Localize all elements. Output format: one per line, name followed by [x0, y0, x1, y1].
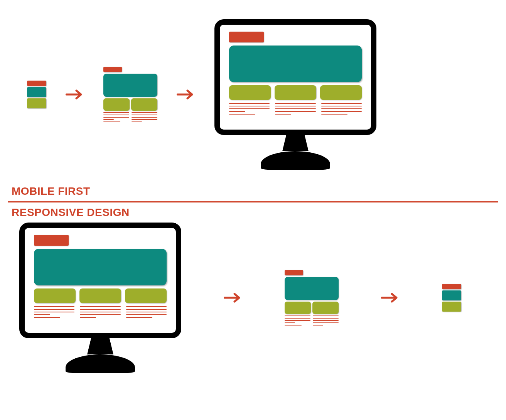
monitor-stand: [66, 338, 135, 373]
text-line: [321, 111, 362, 112]
content-block: [34, 288, 76, 303]
text-line: [229, 103, 270, 104]
text-line: [285, 320, 310, 321]
text-line: [313, 325, 323, 326]
header-block: [229, 32, 264, 42]
arrow-right-icon: [224, 292, 242, 304]
arrow-right-icon: [177, 88, 195, 101]
text-line: [275, 111, 315, 112]
content-block: [125, 288, 167, 303]
content-block: [131, 98, 157, 111]
text-line: [275, 114, 291, 115]
text-line: [229, 108, 270, 109]
arrow-right-icon: [66, 88, 84, 101]
divider-line: [8, 201, 498, 202]
hero-block: [34, 249, 167, 285]
text-line: [275, 106, 315, 106]
text-line: [103, 117, 129, 118]
text-placeholder-lines: [285, 315, 339, 326]
header-block: [34, 235, 69, 246]
text-line: [285, 315, 310, 316]
header-block: [103, 67, 122, 72]
responsive-design-flow: [8, 223, 498, 373]
text-line: [80, 317, 96, 318]
text-line: [321, 114, 347, 115]
text-line: [313, 322, 339, 323]
header-block: [442, 284, 461, 289]
mobile-layout: [442, 284, 461, 312]
content-block: [312, 302, 339, 314]
section-labels: RESPONSIVE DESIGN: [12, 206, 498, 219]
text-line: [229, 114, 255, 115]
text-line: [80, 306, 120, 307]
text-line: [132, 119, 157, 120]
mobile-layout: [27, 81, 46, 108]
text-line: [80, 314, 120, 315]
tablet-layout: [103, 67, 157, 122]
text-line: [126, 312, 167, 312]
text-line: [80, 309, 120, 310]
text-line: [229, 111, 245, 112]
text-line: [103, 121, 120, 122]
mobile-first-label: MOBILE FIRST: [12, 185, 498, 197]
text-line: [103, 115, 129, 115]
hero-block: [27, 87, 46, 97]
text-line: [132, 112, 157, 113]
text-line: [229, 106, 270, 106]
text-line: [275, 108, 315, 109]
content-block: [229, 85, 271, 100]
tablet-columns: [285, 302, 339, 314]
text-placeholder-lines: [34, 306, 167, 318]
text-line: [126, 317, 152, 318]
header-block: [285, 270, 303, 275]
content-block: [285, 302, 311, 314]
top-diagram-row: [27, 19, 376, 170]
hero-block: [442, 290, 461, 300]
text-placeholder-lines: [229, 103, 362, 115]
content-block: [275, 85, 316, 100]
text-placeholder-lines: [103, 112, 157, 122]
text-line: [321, 103, 362, 104]
monitor-stand: [261, 135, 330, 170]
responsive-design-label: RESPONSIVE DESIGN: [12, 206, 498, 219]
text-line: [285, 318, 310, 319]
desktop-monitor: [214, 19, 376, 170]
mobile-first-flow: [8, 8, 498, 181]
desktop-monitor: [19, 223, 181, 373]
content-block: [27, 98, 46, 108]
text-line: [126, 314, 167, 315]
section-labels: MOBILE FIRST: [12, 185, 498, 197]
text-line: [313, 315, 339, 316]
content-block: [103, 98, 130, 111]
text-line: [34, 317, 60, 318]
text-line: [275, 103, 315, 104]
text-line: [132, 117, 157, 118]
hero-block: [229, 46, 362, 82]
text-line: [285, 325, 302, 326]
content-block: [79, 288, 121, 303]
text-line: [126, 309, 167, 310]
text-line: [313, 320, 339, 321]
monitor-screen: [19, 223, 181, 338]
content-block: [442, 302, 461, 312]
text-line: [103, 112, 129, 113]
text-line: [126, 306, 167, 307]
hero-block: [285, 277, 339, 300]
text-line: [34, 314, 50, 315]
text-line: [321, 108, 362, 109]
text-line: [80, 312, 120, 312]
desktop-columns: [34, 288, 167, 303]
text-line: [132, 121, 142, 122]
text-line: [321, 106, 362, 106]
content-block: [320, 85, 362, 100]
text-line: [34, 312, 74, 312]
desktop-columns: [229, 85, 362, 100]
text-line: [103, 119, 114, 120]
text-line: [313, 318, 339, 319]
arrow-right-icon: [381, 292, 400, 304]
monitor-screen: [214, 19, 376, 135]
text-line: [34, 309, 74, 310]
text-line: [34, 306, 74, 307]
text-line: [285, 322, 295, 323]
tablet-columns: [103, 98, 157, 111]
